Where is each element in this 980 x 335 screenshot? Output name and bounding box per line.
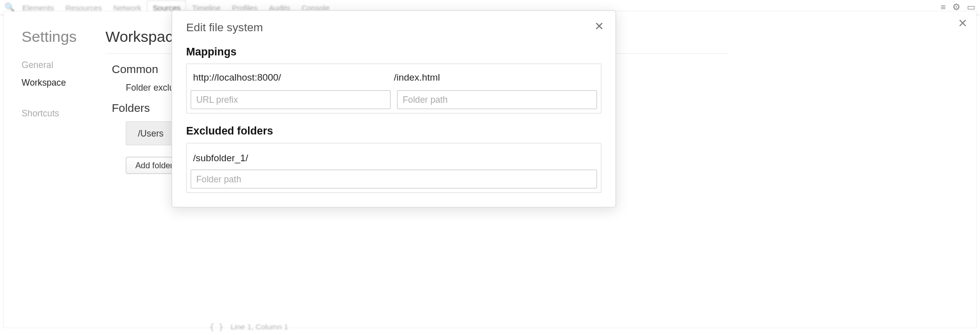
folder-item[interactable]: /Users: [126, 121, 175, 146]
settings-icon[interactable]: ⚙: [952, 2, 960, 12]
url-prefix-input[interactable]: [191, 90, 391, 109]
excluded-heading: Excluded folders: [186, 125, 601, 138]
mapping-row[interactable]: http://localhost:8000/ /index.html: [191, 68, 597, 89]
excluded-item[interactable]: /subfolder_1/: [191, 147, 597, 169]
dialog-title: Edit file system: [186, 21, 601, 34]
dialog-close-icon[interactable]: ✕: [594, 20, 604, 34]
mappings-box: http://localhost:8000/ /index.html: [186, 63, 601, 114]
settings-title: Settings: [22, 28, 93, 45]
status-bar: { } Line 1, Column 1: [210, 322, 288, 331]
drawer-icon[interactable]: ≡: [941, 2, 946, 12]
mapping-url: http://localhost:8000/: [193, 72, 394, 82]
settings-close-icon[interactable]: ✕: [958, 17, 967, 31]
settings-nav: Settings General Workspace Shortcuts: [4, 12, 93, 327]
excluded-folder-path-input[interactable]: [191, 169, 597, 188]
mapping-folder-path-input[interactable]: [397, 90, 597, 109]
excluded-box: /subfolder_1/: [186, 143, 601, 193]
devtools-top-icons: ≡ ⚙ ▭: [941, 2, 975, 12]
nav-shortcuts[interactable]: Shortcuts: [22, 108, 93, 118]
dock-icon[interactable]: ▭: [967, 2, 975, 12]
braces-icon[interactable]: { }: [210, 322, 223, 331]
mapping-path: /index.html: [394, 72, 594, 82]
mappings-heading: Mappings: [186, 46, 601, 58]
nav-workspace[interactable]: Workspace: [22, 78, 93, 88]
nav-general[interactable]: General: [22, 59, 93, 70]
cursor-position: Line 1, Column 1: [230, 322, 288, 331]
edit-file-system-dialog: ✕ Edit file system Mappings http://local…: [171, 10, 616, 208]
inspect-icon[interactable]: 🔍: [3, 3, 17, 12]
